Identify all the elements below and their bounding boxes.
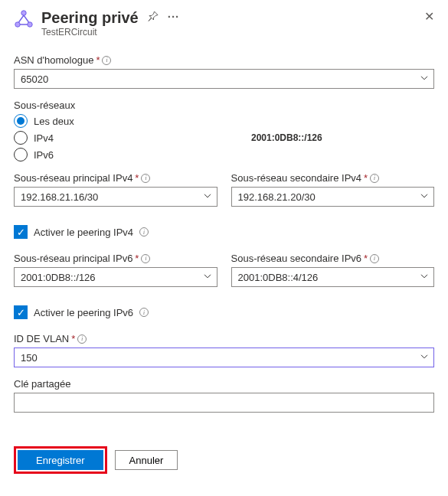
required-asterisk: * — [135, 172, 139, 184]
chevron-down-icon — [203, 272, 212, 281]
enable-v6-label: Activer le peering IPv6 — [34, 307, 133, 318]
info-icon[interactable]: i — [141, 174, 150, 183]
required-asterisk: * — [71, 333, 75, 344]
info-icon[interactable]: i — [370, 174, 379, 183]
radio-checked-icon — [14, 114, 28, 128]
primary-v6-field: Sous-réseau principal IPv6 * i 2001:0DB8… — [14, 253, 217, 287]
primary-v6-value: 2001:0DB8::/126 — [21, 272, 96, 283]
secondary-v4-input[interactable]: 192.168.21.20/30 — [231, 187, 435, 207]
primary-v4-value: 192.168.21.16/30 — [21, 191, 98, 203]
asn-field: ASN d'homologue * i 65020 — [14, 54, 434, 89]
info-icon[interactable]: i — [139, 227, 149, 237]
secondary-v4-label: Sous-réseau secondaire IPv4 — [231, 172, 362, 184]
info-icon[interactable]: i — [77, 334, 87, 344]
chevron-down-icon — [420, 272, 429, 281]
secondary-v6-input[interactable]: 2001:0DB8::4/126 — [231, 267, 435, 287]
asn-value: 65020 — [21, 73, 48, 85]
subnets-both-label: Les deux — [34, 116, 74, 127]
svg-point-0 — [21, 11, 26, 15]
required-asterisk: * — [364, 172, 368, 184]
svg-point-2 — [28, 22, 32, 27]
save-highlight: Enregistrer — [14, 446, 107, 474]
required-asterisk: * — [364, 253, 368, 264]
save-button[interactable]: Enregistrer — [18, 450, 103, 470]
vlan-input[interactable]: 150 — [14, 348, 434, 367]
info-icon[interactable]: i — [141, 254, 150, 263]
blade-header: Peering privé ··· TestERCircuit ✕ — [14, 9, 434, 38]
chevron-down-icon — [420, 352, 429, 361]
primary-v6-label: Sous-réseau principal IPv6 — [14, 253, 132, 264]
chevron-down-icon — [420, 191, 429, 201]
enable-v4-label: Activer le peering IPv4 — [34, 227, 133, 238]
footer-actions: Enregistrer Annuler — [14, 446, 434, 474]
page-title: Peering privé — [41, 9, 139, 26]
secondary-v6-field: Sous-réseau secondaire IPv6 * i 2001:0DB… — [231, 253, 435, 287]
required-asterisk: * — [96, 54, 100, 66]
vlan-label: ID DE VLAN — [14, 333, 69, 344]
ipv6-annotation: 2001:0DB8::/126 — [251, 132, 322, 143]
subnets-ipv6-label: IPv6 — [34, 149, 54, 161]
radio-icon — [14, 131, 28, 145]
subnets-option-ipv6[interactable]: IPv6 — [14, 148, 434, 162]
secondary-v4-value: 192.168.21.20/30 — [238, 191, 316, 203]
pin-icon[interactable] — [148, 11, 159, 24]
info-icon[interactable]: i — [139, 308, 149, 317]
subnets-ipv4-label: IPv4 — [34, 132, 54, 144]
shared-key-field: Clé partagée — [14, 378, 434, 413]
asn-label: ASN d'homologue — [14, 54, 93, 66]
subnets-field: Sous-réseaux Les deux IPv4 2001:0DB8::/1… — [14, 100, 434, 162]
primary-v4-label: Sous-réseau principal IPv4 — [14, 172, 132, 184]
primary-v4-field: Sous-réseau principal IPv4 * i 192.168.2… — [14, 172, 217, 207]
asn-input[interactable]: 65020 — [14, 69, 434, 89]
secondary-v6-label: Sous-réseau secondaire IPv6 — [231, 253, 362, 264]
required-asterisk: * — [135, 253, 139, 264]
page-subtitle: TestERCircuit — [41, 27, 417, 38]
peering-icon — [14, 9, 34, 29]
checkbox-checked-icon: ✓ — [14, 225, 28, 239]
chevron-down-icon — [420, 73, 429, 83]
checkbox-checked-icon: ✓ — [14, 305, 28, 319]
svg-point-1 — [15, 22, 20, 27]
secondary-v6-value: 2001:0DB8::4/126 — [238, 272, 319, 283]
info-icon[interactable]: i — [102, 56, 111, 65]
radio-icon — [14, 148, 28, 162]
cancel-button[interactable]: Annuler — [115, 450, 178, 470]
enable-peering-v6[interactable]: ✓ Activer le peering IPv6 i — [14, 305, 434, 319]
info-icon[interactable]: i — [370, 254, 379, 263]
shared-key-label: Clé partagée — [14, 378, 70, 390]
close-icon[interactable]: ✕ — [424, 9, 434, 24]
shared-key-input[interactable] — [14, 393, 434, 413]
vlan-field: ID DE VLAN * i 150 — [14, 333, 434, 367]
primary-v4-input[interactable]: 192.168.21.16/30 — [14, 187, 217, 207]
primary-v6-input[interactable]: 2001:0DB8::/126 — [14, 267, 217, 287]
subnets-option-ipv4[interactable]: IPv4 2001:0DB8::/126 — [14, 131, 434, 145]
enable-peering-v4[interactable]: ✓ Activer le peering IPv4 i — [14, 225, 434, 239]
chevron-down-icon — [203, 191, 212, 201]
secondary-v4-field: Sous-réseau secondaire IPv4 * i 192.168.… — [231, 172, 435, 207]
subnets-option-both[interactable]: Les deux — [14, 114, 434, 128]
more-icon[interactable]: ··· — [168, 11, 180, 24]
vlan-value: 150 — [21, 352, 38, 364]
subnets-label: Sous-réseaux — [14, 100, 75, 111]
